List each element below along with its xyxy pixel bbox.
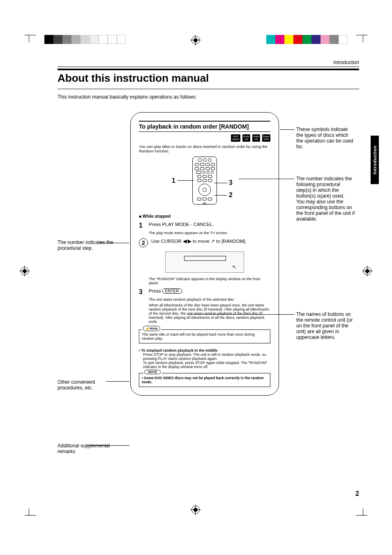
step-3-text: Press ENTER. [149,288,270,296]
crop-bl2 [25,515,36,516]
annotation-disc-symbols: These symbols indicate the types of disc… [296,127,356,150]
hints-label-text: Hints [150,327,158,330]
registration-mark-left [21,267,29,275]
step-1-number: 1 [139,222,145,229]
content-area: Introduction About this instruction manu… [58,60,359,497]
color-bar-right [266,35,348,44]
note-label: NOTE [143,370,161,374]
step-1-note: The play mode menu appears on the TV scr… [149,231,270,235]
crop-br2 [356,515,367,516]
connector-left-1 [99,243,129,244]
registration-mark-right [363,267,371,275]
menu-bar-icon [184,256,226,261]
disc-symbol-acd: Audio CD [242,134,250,142]
example-desc: You can play titles or tracks on discs i… [139,144,270,153]
connector-left-2 [106,381,129,382]
step-3-press: Press [149,288,161,293]
step-3-after: . [182,288,183,293]
step-2-text: Use CURSOR ◀/▶ to move ↖ to [RANDOM]. [151,238,270,244]
step-2-before: Use CURSOR ◀/▶ to move [151,239,211,244]
right-annotations: These symbols indicate the types of disc… [284,112,356,396]
registration-mark-bottom [191,506,200,514]
callout-3: 3 [229,179,233,187]
intro-text: This instruction manual basically explai… [58,94,359,100]
page-number: 2 [355,490,359,497]
while-stopped-heading: ■ While stopped [139,214,270,219]
crop-tr [355,35,363,42]
step-1-text: Press PLAY MODE - CANCEL. [149,222,270,229]
tv-screen-diagram: ↖ [165,251,244,273]
page-title: About this instruction manual [58,72,359,85]
callout-line-3 [214,183,227,183]
step-2-after: to [RANDOM]. [215,239,247,244]
registration-mark-top [191,36,200,44]
left-annotations: The number indicates the procedural step… [58,112,125,396]
connector-right-3 [187,314,294,315]
note-box: NOTE • Some DVD VIDEO discs may not be p… [139,373,270,387]
callout-line-1 [178,180,194,181]
remote-brand: JVC [193,202,217,205]
stop-quit-text: Press STOP to stop playback. The unit is… [143,352,270,369]
callout-line-2 [214,195,227,196]
disc-symbol-dvd: DVD VIDEO [231,134,240,142]
remote-diagram: JVC 1 3 2 [139,157,270,210]
stop-quit-title: • To stop/quit random playback in the mi… [139,348,270,352]
step-2: 2 Use CURSOR ◀/▶ to move ↖ to [RANDOM]. [139,238,270,247]
hints-icon: ☝ [145,327,150,330]
example-box: To playback in random order [RANDOM] DVD… [130,112,279,396]
annotation-procedural-step: The number indicates the procedural step… [58,240,115,251]
connector-right-1 [280,129,294,130]
rule-thin [58,89,359,89]
disc-symbol-vcd: Video CD [252,134,260,142]
annotation-additional-remarks: Additional supplemental remarks [58,443,115,454]
hints-text: The same title or track will not be play… [142,332,267,341]
annotation-button-names: The names of buttons on the remote contr… [296,311,356,340]
note-label-text: NOTE [144,370,161,374]
note-text: • Some DVD VIDEO discs may not be played… [142,376,267,384]
connector-right-2 [239,179,294,180]
color-bar-left [44,35,126,44]
side-tab: Introduction [371,136,379,184]
step-3-number: 3 [139,288,145,296]
rule-thick [58,69,359,70]
step-2-result: The "RANDOM" indicator appears in the di… [149,277,270,285]
remote-icon: JVC [192,157,217,205]
stop-quit-section: • To stop/quit random playback in the mi… [139,348,270,369]
example-layout: The number indicates the procedural step… [58,112,359,396]
step-3: 3 Press ENTER. [139,288,270,296]
hints-label: ☝Hints [142,326,161,331]
step-3-note2: When all titles/tracks of the disc have … [149,303,270,324]
callout-1: 1 [172,177,175,184]
crop-tr2 [356,35,367,36]
step-2-number-circled: 2 [139,238,148,247]
page: Introduction About this instruction manu… [0,0,392,555]
crop-tl [29,35,37,42]
enter-button-label: ENTER [162,288,182,294]
crop-tl2 [25,35,36,36]
hints-box: ☝Hints The same title or track will not … [139,329,270,343]
disc-symbol-svcd: Super VCD [262,134,270,142]
disc-symbols: DVD VIDEO Audio CD Video CD Super VCD [139,134,270,142]
step-1: 1 Press PLAY MODE - CANCEL. [139,222,270,229]
running-header: Introduction [58,60,359,67]
connector-left-3 [87,445,129,446]
annotation-callout-number: The number indicates the following proce… [296,176,356,222]
cursor-arrow-icon: ↖ [232,264,236,270]
example-title: To playback in random order [RANDOM] [139,121,270,132]
callout-2: 2 [229,191,233,199]
step-3-note1: The unit starts random playback of the s… [149,297,270,302]
cursor-icon: ↖ [211,238,215,244]
